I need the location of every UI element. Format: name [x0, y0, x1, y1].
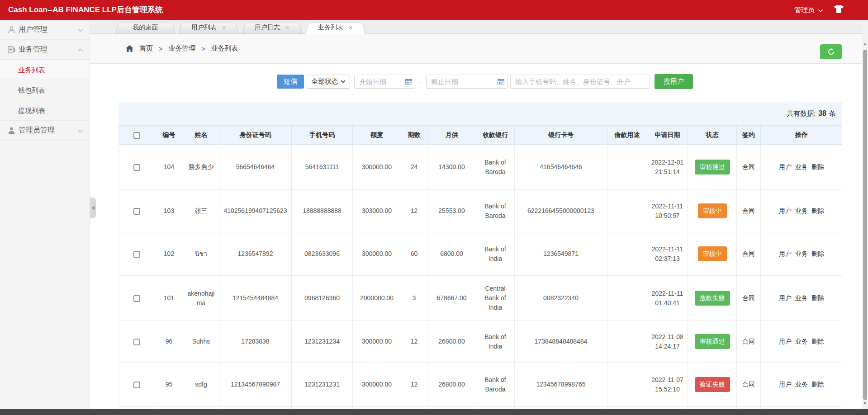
tab-业务列表[interactable]: 业务列表×: [305, 21, 365, 33]
calendar-icon[interactable]: [498, 79, 504, 87]
breadcrumb-item[interactable]: 业务管理: [168, 44, 195, 53]
row-amount: 300000.00: [353, 145, 401, 190]
contract-link[interactable]: 合同: [742, 381, 755, 388]
action-link-删除[interactable]: 删除: [811, 294, 824, 302]
contract-link[interactable]: 合同: [742, 250, 755, 257]
row-checkbox[interactable]: [133, 164, 140, 171]
action-link-用户[interactable]: 用户: [779, 294, 792, 302]
action-link-业务[interactable]: 业务: [795, 250, 808, 257]
action-link-删除[interactable]: 删除: [811, 163, 824, 170]
open-tabs: 我的桌面用户列表×用户日志×业务列表×: [115, 21, 369, 33]
row-checkbox[interactable]: [133, 339, 140, 345]
status-badge: 审核通过: [695, 334, 730, 349]
sidebar-subitem[interactable]: 提现列表: [0, 100, 90, 121]
sidebar-subitem[interactable]: 钱包列表: [0, 80, 90, 100]
row-actions-cell: 用户业务删除: [761, 190, 843, 232]
contract-link[interactable]: 合同: [742, 338, 755, 345]
row-actions-cell: 用户业务删除: [761, 232, 843, 276]
sidebar-nav: 用户管理业务管理业务列表钱包列表提现列表管理员管理: [0, 20, 90, 409]
action-link-用户[interactable]: 用户: [779, 163, 792, 170]
row-apply-date: 2022-11-11 02:37:13: [647, 232, 688, 276]
row-select-cell: [119, 276, 155, 321]
tab-用户日志[interactable]: 用户日志×: [242, 21, 302, 33]
row-apply-date: 2022-11-11 10:50:57: [647, 190, 688, 232]
row-bank: Bank of Baroda: [476, 145, 515, 190]
row-phone: 0823633096: [292, 232, 353, 276]
action-link-删除[interactable]: 删除: [811, 207, 824, 214]
sidebar-item[interactable]: 用户管理: [0, 20, 90, 40]
row-amount: 303000.00: [353, 190, 401, 232]
search-user-button[interactable]: 搜用户: [655, 74, 693, 89]
row-purpose: [607, 232, 647, 276]
sms-button[interactable]: 短信: [277, 75, 304, 89]
refresh-button[interactable]: [820, 44, 842, 59]
status-filter-select[interactable]: 全部状态: [307, 75, 350, 89]
row-sign-cell: 合同: [737, 276, 761, 321]
action-link-删除[interactable]: 删除: [811, 381, 824, 388]
row-checkbox[interactable]: [133, 251, 140, 258]
row-checkbox[interactable]: [133, 208, 140, 215]
sidebar-subitem[interactable]: 业务列表: [0, 60, 90, 80]
contract-link[interactable]: 合同: [742, 207, 755, 214]
calendar-icon[interactable]: [405, 79, 412, 87]
select-all-checkbox[interactable]: [133, 132, 140, 139]
column-header: 签约: [737, 126, 761, 145]
row-select-cell: [119, 190, 155, 232]
row-monthly: 26800.00: [427, 321, 476, 363]
tab-close-icon[interactable]: ×: [285, 24, 289, 31]
summary-label: 共有数据:: [787, 109, 816, 118]
row-idcard: 17283838: [219, 321, 292, 363]
action-link-删除[interactable]: 删除: [811, 250, 824, 257]
contract-link[interactable]: 合同: [742, 294, 755, 302]
row-bank: Bank of India: [476, 321, 515, 363]
sidebar-item[interactable]: 管理员管理: [0, 121, 90, 141]
row-idcard: 1236547892: [219, 232, 292, 276]
breadcrumb-item[interactable]: 业务列表: [211, 44, 238, 53]
vertical-scrollbar[interactable]: ▲ ▼: [862, 20, 868, 409]
breadcrumb-item[interactable]: 首页: [139, 44, 153, 53]
row-card: 1236549871: [515, 232, 607, 276]
action-link-用户[interactable]: 用户: [779, 338, 792, 345]
table-row: 101akenohajima12154544848840968126360200…: [119, 276, 843, 321]
tab-close-icon[interactable]: ×: [349, 24, 353, 31]
row-select-cell: [119, 321, 155, 363]
action-link-业务[interactable]: 业务: [795, 207, 808, 214]
row-select-cell: [119, 363, 155, 407]
action-link-用户[interactable]: 用户: [779, 207, 792, 214]
row-apply-date: 2022-11-07 15:52:10: [647, 363, 688, 407]
scroll-up-icon[interactable]: ▲: [862, 42, 868, 46]
row-checkbox[interactable]: [133, 295, 140, 302]
tab-我的桌面[interactable]: 我的桌面: [115, 21, 175, 33]
top-header-bar: Cash Loan--AB FINANCE LLP后台管理系统 管理员: [0, 0, 868, 20]
scrollbar-thumb[interactable]: [863, 50, 867, 400]
row-periods: 24: [401, 145, 427, 190]
keyword-search-input[interactable]: [511, 75, 650, 88]
table-row: 102นิชา12365478920823633096300000.006068…: [119, 232, 843, 276]
action-link-删除[interactable]: 删除: [811, 338, 824, 345]
row-checkbox[interactable]: [133, 382, 140, 388]
sidebar-item-label: 用户管理: [19, 25, 77, 34]
sidebar-item[interactable]: 业务管理: [0, 40, 90, 60]
action-link-业务[interactable]: 业务: [795, 338, 808, 345]
contract-link[interactable]: 合同: [742, 163, 755, 170]
row-purpose: [607, 321, 647, 363]
row-name: 勝多負少: [183, 145, 219, 190]
row-name: sdfg: [183, 363, 219, 407]
theme-tshirt-icon[interactable]: [834, 5, 844, 15]
user-menu[interactable]: 管理员: [794, 6, 823, 14]
business-table: 编号姓名身份证号码手机号码额度期数月供收款银行银行卡号借款用途申请日期状态签约操…: [119, 125, 842, 409]
action-link-用户[interactable]: 用户: [779, 250, 792, 257]
action-link-业务[interactable]: 业务: [795, 294, 808, 302]
end-date-input[interactable]: [427, 75, 507, 88]
tab-close-icon[interactable]: ×: [222, 24, 226, 31]
action-link-业务[interactable]: 业务: [795, 163, 808, 170]
action-link-业务[interactable]: 业务: [795, 381, 808, 388]
row-purpose: [607, 190, 647, 232]
action-link-用户[interactable]: 用户: [779, 381, 792, 388]
tab-用户列表[interactable]: 用户列表×: [179, 21, 239, 33]
row-phone: 0968126360: [292, 276, 353, 321]
scroll-down-icon[interactable]: ▼: [862, 401, 868, 406]
sidebar-collapse-handle[interactable]: [90, 198, 96, 218]
row-apply-date: 2022-11-11 01:40:41: [647, 276, 688, 321]
column-header: 银行卡号: [515, 126, 607, 145]
